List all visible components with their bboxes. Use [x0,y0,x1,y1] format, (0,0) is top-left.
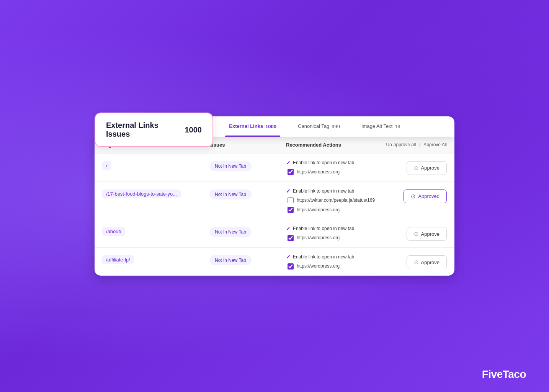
check-icon: ✓ [286,160,291,166]
approved-circle-icon: ⊙ [411,193,416,200]
tab-canonical-tag[interactable]: Canonical Tag 999 [287,116,351,137]
actions-cell: ✓ Enable link to open in new tab https:/… [286,225,378,241]
issue-badge: Not In New Tab [209,189,252,199]
tab-canonical-tag-label: Canonical Tag [298,123,329,130]
page-url-value: /17-best-food-blogs-to-sate-yo... [102,189,181,198]
approve-button-2[interactable]: ⊙ Approve [407,227,447,241]
col-recommended-actions: Recommended Actions [286,142,378,148]
approve-all-btn[interactable]: Approve All [423,142,447,147]
page-url-value: / [102,161,111,170]
url-checkbox-row-1-0: https://twitter.com/peepla ja/status/169 [288,197,378,204]
table-row: /17-best-food-blogs-to-sate-yo... Not In… [95,182,454,220]
approve-button-3[interactable]: ⊙ Approve [407,255,447,269]
table-row: /about/ Not In New Tab ✓ Enable link to … [95,219,454,248]
enable-link-row: ✓ Enable link to open in new tab [286,254,378,260]
table-row: /affiliate-lp/ Not In New Tab ✓ Enable l… [95,248,454,276]
approve-circle-icon: ⊙ [414,165,419,172]
approve-label: Approve [421,231,440,237]
brand-text: FiveTaco [482,368,526,380]
approve-cell: ⊙ Approved [378,188,447,203]
url-text-0-0: https://wordpress.org [297,169,340,175]
issue-cell: Not In New Tab [209,160,286,171]
approve-label: Approve [421,165,440,171]
approve-label: Approve [421,260,440,265]
approve-circle-icon: ⊙ [414,259,419,266]
tab-external-links-label: External Links [229,123,263,130]
approve-label: Approved [418,193,440,199]
enable-link-row: ✓ Enable link to open in new tab [286,225,378,232]
page-url-cell: /affiliate-lp/ [102,254,209,264]
enable-link-text: Enable link to open in new tab [293,160,354,165]
actions-cell: ✓ Enable link to open in new tab https:/… [286,160,378,175]
un-approve-all-btn[interactable]: Un-approve All [386,142,416,147]
page-url-cell: / [102,160,209,170]
issue-badge: Not In New Tab [209,255,252,265]
col-issues: Issues [209,142,286,148]
fivetaco-branding: FiveTaco [482,368,526,381]
tab-image-alt-text-label: Image Alt Text [361,123,392,130]
url-checkbox-1-1[interactable] [288,207,294,213]
approve-cell: ⊙ Approve [378,225,447,241]
actions-cell: ✓ Enable link to open in new tab https:/… [286,188,378,213]
page-url-cell: /17-best-food-blogs-to-sate-yo... [102,188,209,198]
issue-badge: Not In New Tab [209,227,252,237]
table-row: / Not In New Tab ✓ Enable link to open i… [95,154,454,182]
enable-link-row: ✓ Enable link to open in new tab [286,188,378,194]
actions-cell: ✓ Enable link to open in new tab https:/… [286,254,378,270]
external-links-issues-card: External Links Issues 1000 [95,113,213,147]
enable-link-row: ✓ Enable link to open in new tab [286,160,378,166]
page-url-value: /affiliate-lp/ [102,255,134,264]
url-text-3-0: https://wordpress.org [297,263,340,270]
tab-image-alt-text[interactable]: Image Alt Text 19 [351,116,411,137]
approved-button-1[interactable]: ⊙ Approved [404,189,447,203]
check-icon: ✓ [286,254,291,260]
approve-cell: ⊙ Approve [378,254,447,269]
card-title: External Links Issues [106,121,177,139]
approve-circle-icon: ⊙ [414,230,419,237]
card-count: 1000 [185,126,202,134]
approve-cell: ⊙ Approve [378,160,447,175]
issue-cell: Not In New Tab [209,225,286,237]
enable-link-text: Enable link to open in new tab [293,226,354,231]
approve-button-0[interactable]: ⊙ Approve [407,161,447,175]
issue-cell: Not In New Tab [209,188,286,199]
url-checkbox-0-0[interactable] [288,169,294,175]
table-container: Page URL Issues Recommended Actions Un-a… [95,137,454,276]
url-text-2-0: https://wordpress.org [297,235,340,241]
check-icon: ✓ [286,188,291,194]
url-checkbox-row-1-1: https://wordpress.org [288,207,378,213]
tab-external-links[interactable]: External Links 1000 [218,116,287,137]
url-checkbox-2-0[interactable] [288,235,294,241]
url-checkbox-row: https://wordpress.org [288,169,378,175]
issue-badge: Not In New Tab [209,161,252,171]
tab-external-links-count: 1000 [265,124,276,129]
tab-canonical-tag-count: 999 [332,124,340,129]
page-url-value: /about/ [102,227,125,236]
divider: | [419,142,420,147]
main-container: External Links Issues 1000 Meta Descript… [95,116,454,276]
issue-cell: Not In New Tab [209,254,286,265]
url-text-1-1: https://wordpress.org [297,207,340,213]
url-checkbox-row: https://wordpress.org [288,235,378,241]
check-icon: ✓ [286,225,291,232]
url-checkbox-3-0[interactable] [288,263,294,270]
url-text-1-0: https://twitter.com/peepla ja/status/169 [297,197,375,204]
page-url-cell: /about/ [102,225,209,236]
url-checkbox-row: https://wordpress.org [288,263,378,270]
col-approve-actions: Un-approve All | Approve All [378,142,447,148]
enable-link-text: Enable link to open in new tab [293,188,354,194]
url-checkbox-1-0[interactable] [288,197,294,203]
enable-link-text: Enable link to open in new tab [293,254,354,260]
tab-image-alt-text-count: 19 [395,124,400,129]
